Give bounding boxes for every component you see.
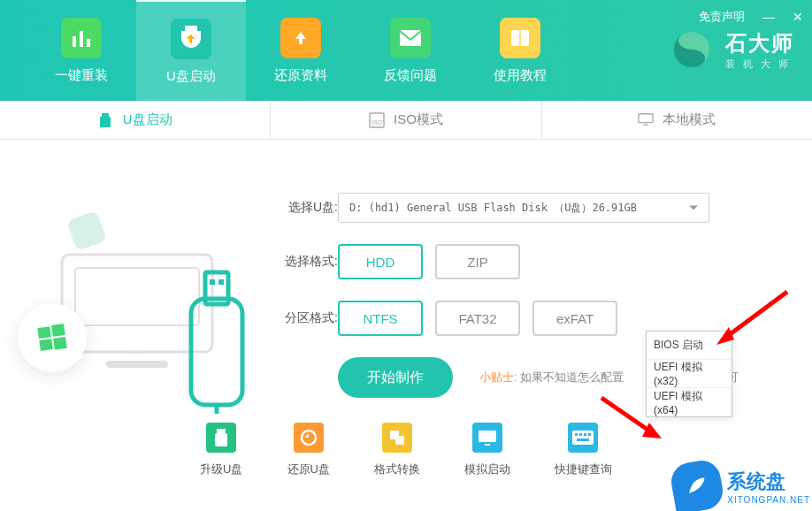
tab-label: 本地模式 [663,111,716,128]
usb-illustration [27,166,257,423]
bar-chart-icon [61,18,102,58]
window-controls: 免责声明 — ✕ [699,9,803,25]
svg-rect-28 [39,339,53,351]
monitor-boot-icon [472,423,502,453]
usb-shield-icon [171,19,211,59]
svg-rect-46 [588,433,591,436]
tip-content: 如果不知道怎么配置 [520,370,624,384]
disclaimer-link[interactable]: 免责声明 [699,9,745,25]
partition-option-exfat[interactable]: exFAT [532,301,617,336]
partition-option-ntfs[interactable]: NTFS [338,301,423,336]
minimize-button[interactable]: — [762,11,775,23]
svg-rect-27 [51,324,65,337]
brand-title: 石大师 [725,29,796,57]
svg-text:ISO: ISO [372,119,383,126]
svg-rect-45 [584,433,586,436]
sub-tabs: U盘启动 ISO ISO模式 本地模式 [0,101,812,140]
upload-icon [280,18,321,58]
select-usb-label: 选择U盘: [274,200,338,216]
svg-marker-31 [716,327,734,345]
svg-rect-44 [579,433,582,436]
nav-item-usb-boot[interactable]: U盘启动 [136,0,246,101]
mail-icon [390,18,431,58]
tool-restore-usb[interactable]: 还原U盘 [287,423,330,477]
brand-subtitle: 装机大师 [725,57,796,71]
nav-label: 反馈问题 [384,67,437,84]
tool-simulate-boot[interactable]: 模拟启动 [464,423,510,477]
usb-icon [98,112,114,128]
svg-rect-11 [100,117,111,127]
nav-label: 一键重装 [55,67,108,84]
nav-label: 使用教程 [494,67,547,84]
svg-rect-40 [479,431,496,442]
nav-label: U盘启动 [166,68,216,85]
partition-option-fat32[interactable]: FAT32 [435,301,520,336]
nav-item-tutorial[interactable]: 使用教程 [465,0,575,101]
svg-rect-47 [577,439,589,441]
svg-rect-23 [210,279,215,285]
svg-rect-20 [106,361,168,368]
svg-marker-37 [304,433,309,438]
tool-label: 格式转换 [374,461,420,477]
watermark: 系统盘 XITONGPAN.NET [672,461,810,511]
usb-select-value: D: (hd1) General USB Flash Disk （U盘）26.9… [349,201,637,216]
book-icon [500,18,540,58]
svg-rect-34 [217,429,226,433]
svg-rect-18 [75,268,199,325]
tab-iso-mode[interactable]: ISO ISO模式 [271,101,541,139]
watermark-logo-icon [669,458,726,511]
start-create-button[interactable]: 开始制作 [338,357,453,398]
tab-local-mode[interactable]: 本地模式 [542,101,812,139]
nav-item-restore[interactable]: 还原资料 [246,0,356,101]
tab-label: U盘启动 [123,111,172,128]
monitor-icon [638,112,654,128]
svg-rect-1 [80,31,83,47]
tab-usb-boot[interactable]: U盘启动 [0,101,271,139]
close-button[interactable]: ✕ [793,11,803,23]
watermark-url: XITONGPAN.NET [727,495,810,505]
svg-rect-16 [66,210,107,251]
nav-label: 还原资料 [274,67,327,84]
svg-rect-39 [395,436,404,445]
tool-label: 模拟启动 [464,461,510,477]
format-label: 选择格式: [274,254,338,270]
nav-item-reinstall[interactable]: 一键重装 [27,0,136,101]
tool-upgrade-usb[interactable]: 升级U盘 [200,423,242,477]
iso-icon: ISO [369,112,385,128]
svg-rect-35 [215,433,227,446]
annotation-arrow-icon [593,389,672,451]
nav-item-feedback[interactable]: 反馈问题 [356,0,465,101]
format-option-hdd[interactable]: HDD [338,244,423,279]
main-nav: 一键重装 U盘启动 还原资料 反馈问题 使用教程 [0,0,575,101]
header-bar: 免责声明 — ✕ 一键重装 U盘启动 还原资料 反馈问题 [0,0,812,101]
annotation-arrow-icon [708,283,796,354]
partition-label: 分区格式: [274,310,338,326]
svg-rect-42 [572,431,594,445]
convert-icon [382,423,412,453]
tab-label: ISO模式 [394,111,443,128]
svg-rect-2 [87,39,90,47]
watermark-title: 系统盘 [727,469,810,495]
svg-line-30 [725,292,787,338]
format-option-zip[interactable]: ZIP [435,244,520,279]
svg-line-32 [601,398,653,433]
svg-rect-14 [639,113,653,122]
usb-upgrade-icon [206,423,236,453]
svg-rect-29 [53,337,67,350]
tip-label: 小贴士: [479,370,517,384]
svg-rect-3 [185,26,197,31]
svg-rect-10 [102,113,109,117]
tool-label: 快捷键查询 [555,461,612,477]
popup-item-uefi32[interactable]: UEFI 模拟(x32) [647,360,732,388]
tool-label: 升级U盘 [200,461,242,477]
windows-logo-icon [18,303,87,372]
tool-format-convert[interactable]: 格式转换 [374,423,420,477]
brand-logo-icon [669,27,715,72]
restore-icon [294,423,324,453]
svg-rect-0 [73,36,76,47]
usb-select-dropdown[interactable]: D: (hd1) General USB Flash Disk （U盘）26.9… [338,193,709,223]
svg-rect-26 [37,326,51,339]
svg-rect-24 [218,279,224,285]
tool-label: 还原U盘 [287,461,330,477]
svg-rect-43 [575,433,578,436]
